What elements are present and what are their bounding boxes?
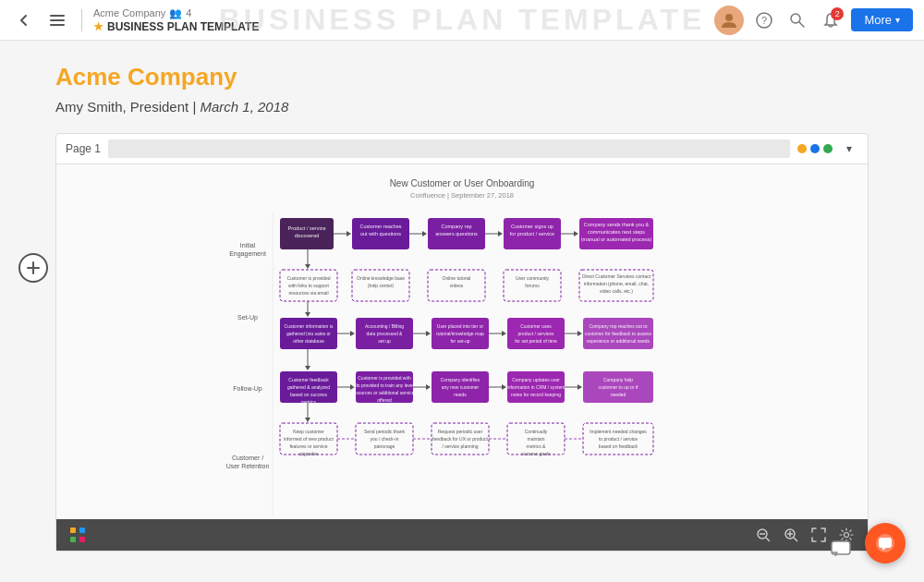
svg-marker-23 xyxy=(346,231,351,236)
breadcrumb: Acme Company 👥 4 ★ BUSINESS PLAN TEMPLAT… xyxy=(93,7,259,33)
document-subtitle: Amy Smith, President | March 1, 2018 xyxy=(55,99,869,115)
svg-text:for set-up: for set-up xyxy=(450,338,469,344)
svg-text:needs: needs xyxy=(454,392,467,397)
chat-button[interactable] xyxy=(865,523,906,564)
svg-rect-153 xyxy=(70,537,76,542)
dot-green xyxy=(823,144,833,153)
svg-text:gathered (via sales or: gathered (via sales or xyxy=(286,331,331,336)
svg-marker-44 xyxy=(305,264,310,269)
svg-point-3 xyxy=(725,14,733,21)
zoom-out-button[interactable] xyxy=(753,525,773,545)
diagram-body[interactable]: New Customer or User Onboarding Confluen… xyxy=(56,164,868,519)
help-button[interactable]: ? xyxy=(751,7,777,33)
diagram-container: Page 1 ▾ New Customer or User Onboarding… xyxy=(55,133,869,552)
svg-text:answers questions: answers questions xyxy=(435,231,478,236)
svg-text:Company rep: Company rep xyxy=(441,224,471,229)
apps-icon[interactable] xyxy=(67,525,88,545)
svg-text:to product / service: to product / service xyxy=(599,436,638,442)
svg-text:experience or additional needs: experience or additional needs xyxy=(587,338,650,344)
svg-rect-0 xyxy=(50,15,65,17)
svg-text:video calls, etc.): video calls, etc.) xyxy=(600,288,633,294)
zoom-in-button[interactable] xyxy=(781,525,801,545)
svg-text:User Retention: User Retention xyxy=(226,463,270,469)
menu-button[interactable] xyxy=(44,7,70,33)
svg-marker-119 xyxy=(578,384,582,390)
svg-text:for set period of time: for set period of time xyxy=(515,338,557,344)
diagram-dropdown-button[interactable]: ▾ xyxy=(840,139,858,158)
dot-orange xyxy=(797,144,807,153)
watermark-text: BUSINESS PLAN TEMPLATE xyxy=(219,3,706,37)
svg-text:Send periodic thank: Send periodic thank xyxy=(364,429,406,434)
svg-text:any new customer: any new customer xyxy=(442,384,480,390)
svg-line-7 xyxy=(799,22,804,27)
svg-text:Company updates user: Company updates user xyxy=(512,377,560,382)
svg-text:Keep customer: Keep customer xyxy=(293,429,324,434)
flowchart-svg: New Customer or User Onboarding Confluen… xyxy=(56,164,868,515)
svg-marker-28 xyxy=(422,231,427,236)
svg-rect-154 xyxy=(79,527,85,533)
diagram-dots xyxy=(797,144,833,153)
page-title: BUSINESS PLAN TEMPLATE xyxy=(107,20,259,33)
svg-text:communicates next steps: communicates next steps xyxy=(588,229,645,235)
svg-line-162 xyxy=(794,538,797,541)
svg-text:Initial: Initial xyxy=(240,242,256,249)
svg-marker-75 xyxy=(426,331,431,336)
svg-text:User placed into tier or: User placed into tier or xyxy=(437,323,484,329)
svg-text:Continually: Continually xyxy=(525,429,548,434)
svg-text:needed: needed xyxy=(611,392,626,397)
more-button[interactable]: More ▾ xyxy=(851,8,913,31)
svg-text:resources or additional servic: resources or additional services xyxy=(352,390,418,395)
svg-text:Follow-Up: Follow-Up xyxy=(233,385,262,393)
star-icon[interactable]: ★ xyxy=(93,20,103,33)
svg-text:Customer reaches: Customer reaches xyxy=(360,224,402,229)
svg-text:Customer uses: Customer uses xyxy=(520,323,552,329)
svg-marker-63 xyxy=(305,312,310,317)
svg-text:customer for feedback to asses: customer for feedback to assess xyxy=(585,331,651,336)
svg-text:Customer information is: Customer information is xyxy=(285,323,334,329)
search-button[interactable] xyxy=(784,7,810,33)
svg-text:forums: forums xyxy=(525,283,540,288)
document-title: Acme Company xyxy=(55,63,869,91)
svg-text:Company sends thank you &: Company sends thank you & xyxy=(584,222,650,227)
add-page-button[interactable] xyxy=(18,253,48,283)
svg-text:?: ? xyxy=(761,15,767,26)
svg-marker-38 xyxy=(574,231,578,236)
comment-button[interactable] xyxy=(826,534,856,564)
svg-text:data processed &: data processed & xyxy=(367,331,404,336)
svg-text:tutorial/knowledge map: tutorial/knowledge map xyxy=(436,331,484,336)
svg-text:Online knowledge base: Online knowledge base xyxy=(357,275,405,281)
svg-text:Company help: Company help xyxy=(603,377,633,382)
avatar[interactable] xyxy=(714,6,744,35)
author-name: Amy Smith, President xyxy=(55,99,188,115)
svg-marker-69 xyxy=(350,331,355,336)
svg-text:information in CRM / system: information in CRM / system xyxy=(507,384,565,390)
notifications-button[interactable]: 2 xyxy=(818,7,844,33)
diagram-footer xyxy=(56,519,868,551)
svg-rect-152 xyxy=(70,527,76,533)
svg-text:features or service: features or service xyxy=(289,443,327,449)
chevron-down-icon: ▾ xyxy=(895,15,900,25)
svg-marker-113 xyxy=(502,384,506,390)
svg-text:Customer is provided: Customer is provided xyxy=(286,275,330,281)
svg-text:out with questions: out with questions xyxy=(360,231,401,236)
svg-marker-125 xyxy=(305,418,310,422)
svg-text:New Customer or User Onboardin: New Customer or User Onboarding xyxy=(390,178,535,188)
svg-text:Engagement: Engagement xyxy=(229,250,266,258)
svg-text:resources via email: resources via email xyxy=(288,290,328,296)
svg-text:product / services: product / services xyxy=(517,331,554,336)
svg-text:videos: videos xyxy=(450,283,464,288)
svg-text:Customer feedback: Customer feedback xyxy=(288,377,329,382)
diagram-tab-bar[interactable] xyxy=(108,139,790,158)
svg-text:(help center): (help center) xyxy=(368,283,394,288)
svg-text:metrics &: metrics & xyxy=(527,443,547,449)
document-date: March 1, 2018 xyxy=(200,99,288,115)
back-button[interactable] xyxy=(11,7,37,33)
svg-text:information (phone, email, cha: information (phone, email, chat, xyxy=(584,281,649,286)
svg-text:Customer /: Customer / xyxy=(232,455,263,461)
users-icon: 👥 xyxy=(169,7,182,19)
svg-text:Direct Customer Services conta: Direct Customer Services contact xyxy=(582,273,651,279)
svg-text:set up: set up xyxy=(378,338,391,344)
svg-rect-155 xyxy=(79,537,85,542)
page-label: Page 1 xyxy=(66,142,101,155)
company-name-label: Acme Company xyxy=(93,7,165,18)
